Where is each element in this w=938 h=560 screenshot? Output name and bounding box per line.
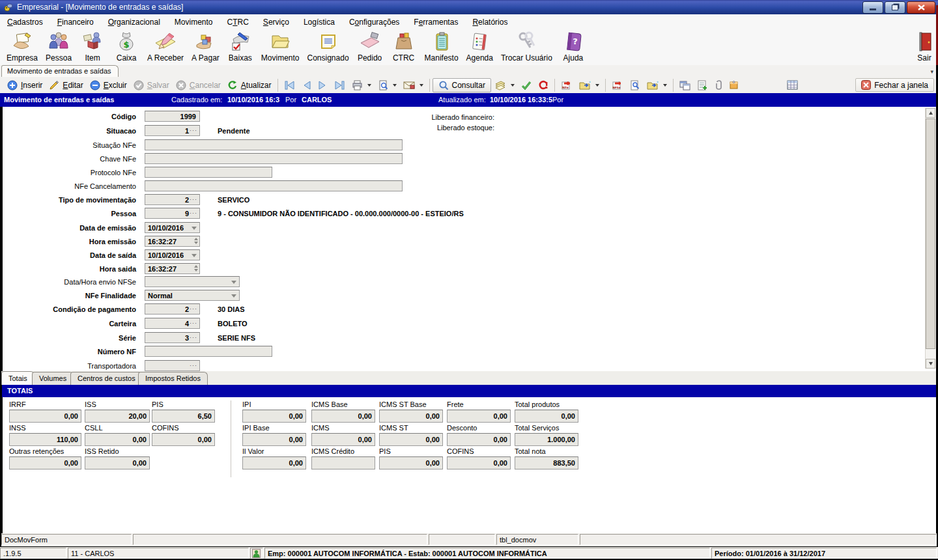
toolbar-empresa-button[interactable]: Empresa — [3, 29, 42, 64]
cofins-total-field[interactable]: 0,00 — [447, 456, 511, 469]
condicao-pagamento-field[interactable]: 2··· — [145, 303, 200, 315]
datahora-envio-nfse-field[interactable] — [145, 276, 240, 287]
sheet-add-button[interactable] — [694, 79, 711, 92]
tab-overflow-chevron-icon[interactable]: ▾ — [930, 68, 933, 75]
print-button[interactable] — [348, 79, 375, 92]
icms-credito-field[interactable] — [311, 456, 375, 469]
editar-button[interactable]: Editar — [46, 79, 86, 92]
scroll-down-button[interactable] — [926, 359, 935, 369]
lookup-ellipsis-icon[interactable]: ··· — [190, 334, 197, 341]
pis-field[interactable]: 6,50 — [152, 410, 215, 423]
dropdown-arrow-icon[interactable] — [231, 294, 236, 298]
carteira-field[interactable]: 4··· — [145, 318, 200, 329]
cancelar-button[interactable]: Cancelar — [173, 79, 224, 92]
csll-field[interactable]: 0,00 — [85, 433, 150, 446]
outras-retencoes-field[interactable]: 0,00 — [9, 456, 81, 469]
toolbar-ctrc-button[interactable]: CTRC — [387, 29, 421, 64]
menu-servico[interactable]: Serviço — [256, 16, 296, 29]
transportadora-field[interactable]: ··· — [145, 360, 200, 371]
dropdown-arrow-icon[interactable] — [231, 281, 236, 284]
menu-cadastros[interactable]: Cadastros — [0, 16, 50, 29]
toolbar-agenda-button[interactable]: Agenda — [462, 29, 497, 64]
toolbar-movimento-button[interactable]: Movimento — [257, 29, 304, 64]
toolbar-a-receber-button[interactable]: A Receber — [143, 29, 188, 64]
menu-organizacional[interactable]: Organizacional — [101, 16, 167, 29]
chave-nfe-field[interactable] — [145, 153, 403, 164]
menu-ferramentas[interactable]: Ferramentas — [406, 16, 465, 29]
irrf-field[interactable]: 0,00 — [9, 410, 81, 423]
pessoa-field[interactable]: 9··· — [145, 208, 200, 219]
email-button[interactable] — [400, 79, 427, 91]
restore-button[interactable] — [885, 1, 905, 14]
spinner-arrows-icon[interactable] — [194, 238, 198, 244]
grid-view-button[interactable] — [784, 79, 801, 91]
consultar-button[interactable]: Consultar — [433, 78, 491, 92]
cofins-field[interactable]: 0,00 — [152, 433, 215, 446]
hora-emissao-field[interactable]: 16:32:27 — [145, 236, 200, 247]
lookup-ellipsis-icon[interactable]: ··· — [190, 320, 197, 326]
inss-field[interactable]: 110,00 — [9, 433, 81, 446]
protocolo-nfe-field[interactable] — [145, 167, 272, 178]
situacao-field[interactable]: 1··· — [145, 125, 200, 136]
toolbar-item-button[interactable]: Item — [76, 29, 109, 64]
tab-volumes[interactable]: Volumes — [32, 372, 74, 385]
menu-movimento[interactable]: Movimento — [167, 16, 220, 29]
menu-relatorios[interactable]: Relatórios — [465, 16, 515, 29]
icms-st-field[interactable]: 0,00 — [379, 433, 443, 446]
menu-financeiro[interactable]: Financeiro — [50, 16, 101, 29]
nav-prev-button[interactable] — [299, 79, 315, 91]
hora-saida-field[interactable]: 16:32:27 — [145, 263, 200, 274]
iss-retido-field[interactable]: 0,00 — [85, 456, 150, 469]
nfe-send-button[interactable]: NFe — [558, 79, 576, 92]
desconto-field[interactable]: 0,00 — [447, 433, 511, 446]
note-button[interactable] — [726, 79, 742, 91]
fechar-janela-button[interactable]: Fechar a janela — [855, 78, 934, 92]
lookup-ellipsis-icon[interactable]: ··· — [190, 362, 197, 369]
toolbar-pessoa-button[interactable]: Pessoa — [42, 29, 76, 64]
lookup-ellipsis-icon[interactable]: ··· — [190, 196, 197, 203]
close-button[interactable] — [907, 1, 935, 14]
numero-nf-field[interactable] — [145, 346, 272, 357]
toolbar-ajuda-button[interactable]: ? Ajuda — [556, 29, 590, 64]
minimize-button[interactable] — [862, 1, 883, 14]
iss-field[interactable]: 20,00 — [85, 410, 150, 423]
nfse-consult-button[interactable] — [627, 79, 644, 92]
ipi-field[interactable]: 0,00 — [242, 410, 306, 423]
validate-button[interactable] — [518, 79, 535, 91]
total-nota-field[interactable]: 883,50 — [515, 456, 578, 469]
icms-st-base-field[interactable]: 0,00 — [379, 410, 443, 423]
ii-valor-field[interactable]: 0,00 — [242, 456, 306, 469]
dropdown-arrow-icon[interactable] — [192, 254, 197, 257]
toolbar-baixas-button[interactable]: Baixas — [223, 29, 257, 64]
toolbar-consignado-button[interactable]: Consignado — [304, 29, 353, 64]
lookup-ellipsis-icon[interactable]: ··· — [190, 210, 197, 216]
icms-field[interactable]: 0,00 — [311, 433, 375, 446]
frete-field[interactable]: 0,00 — [447, 410, 511, 423]
toolbar-a-pagar-button[interactable]: A Pagar — [188, 29, 223, 64]
inserir-button[interactable]: Inserir — [4, 79, 46, 92]
toolbar-pedido-button[interactable]: Pedido — [353, 29, 387, 64]
toolbar-trocar-usuario-button[interactable]: Trocar Usuário — [497, 29, 556, 64]
nfe-cancelamento-field[interactable] — [145, 180, 403, 191]
nav-next-button[interactable] — [315, 79, 330, 91]
data-emissao-field[interactable]: 10/10/2016 — [145, 222, 200, 233]
lookup-ellipsis-icon[interactable]: ··· — [190, 127, 197, 133]
menu-logistica[interactable]: Logística — [296, 16, 342, 29]
total-servicos-field[interactable]: 1.000,00 — [515, 433, 578, 446]
pis-total-field[interactable]: 0,00 — [379, 456, 443, 469]
lookup-ellipsis-icon[interactable]: ··· — [190, 305, 197, 312]
salvar-button[interactable]: Salvar — [130, 79, 173, 92]
toolbar-manifesto-button[interactable]: Manifesto — [421, 29, 462, 64]
dropdown-arrow-icon[interactable] — [192, 227, 197, 230]
nfse-export-button[interactable]: * — [644, 79, 670, 92]
total-produtos-field[interactable]: 0,00 — [515, 410, 578, 423]
data-saida-field[interactable]: 10/10/2016 — [145, 249, 200, 260]
excluir-button[interactable]: Excluir — [87, 79, 130, 92]
tab-totais[interactable]: Totais — [1, 371, 35, 385]
toolbar-caixa-button[interactable]: $ Caixa — [109, 29, 143, 64]
nav-last-button[interactable] — [330, 79, 348, 91]
form-scrollbar[interactable] — [925, 108, 936, 369]
nav-first-button[interactable] — [281, 79, 299, 91]
menu-configuracoes[interactable]: Configurações — [342, 16, 406, 29]
menu-ctrc[interactable]: CTRC — [220, 16, 256, 29]
